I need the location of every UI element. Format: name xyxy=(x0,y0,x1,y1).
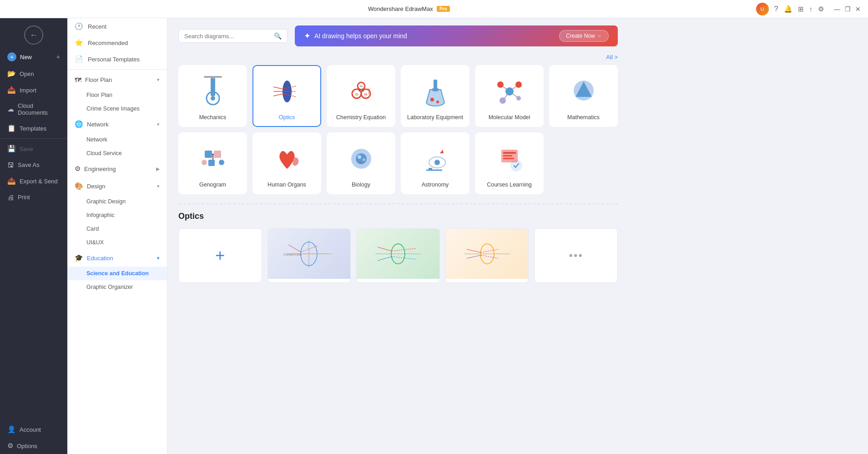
network-label: Network xyxy=(87,121,157,128)
mathematics-label: Mathematics xyxy=(567,114,600,121)
preview-card-2[interactable] xyxy=(356,228,440,283)
template-grid: Mechanics Optics xyxy=(178,65,618,194)
template-card-organs[interactable]: Human Organs xyxy=(252,132,321,194)
create-now-button[interactable]: Create Now → xyxy=(559,30,609,42)
organs-icon xyxy=(269,141,305,177)
close-button[interactable]: ✕ xyxy=(855,5,861,13)
section-design[interactable]: 🎨 Design ▾ xyxy=(67,177,167,195)
svg-text:H: H xyxy=(360,84,363,88)
sub-item-crime-scene[interactable]: Crime Scene Images xyxy=(67,102,167,116)
titlebar-right-icons: U ? 🔔 ⊞ ↑ ⚙ xyxy=(756,3,824,15)
app-title: Wondershare EdrawMax Pro xyxy=(368,5,450,12)
sidebar-item-save[interactable]: 💾 Save xyxy=(0,141,67,157)
biology-label: Biology xyxy=(352,182,370,188)
sidebar-link-recommended[interactable]: ⭐ Recommended xyxy=(67,35,167,51)
sidebar-item-cloud[interactable]: ☁ Cloud Documents xyxy=(0,98,67,120)
template-card-lab[interactable]: Laboratory Equipment xyxy=(401,65,469,127)
minimize-button[interactable]: — xyxy=(834,5,840,13)
sidebar-item-open[interactable]: 📂 Open xyxy=(0,66,67,82)
section-network[interactable]: 🌐 Network ▾ xyxy=(67,116,167,133)
sidebar-item-new[interactable]: + New + xyxy=(0,48,67,66)
all-link[interactable]: All > xyxy=(178,54,618,61)
optics-icon xyxy=(269,73,305,110)
open-icon: 📂 xyxy=(7,70,16,78)
education-chevron: ▾ xyxy=(157,255,160,261)
avatar: U xyxy=(756,3,769,15)
settings-icon[interactable]: ⚙ xyxy=(818,5,824,13)
svg-rect-57 xyxy=(503,155,512,156)
share-icon[interactable]: ↑ xyxy=(809,5,813,13)
preview-card-3[interactable] xyxy=(445,228,529,283)
design-chevron: ▾ xyxy=(157,183,160,189)
template-card-genogram[interactable]: Genogram xyxy=(178,132,247,194)
sidebar-item-templates[interactable]: 📋 Templates xyxy=(0,120,67,136)
sidebar-wide: 🕐 Recent ⭐ Recommended 📄 Personal Templa… xyxy=(67,18,167,454)
options-label: Options xyxy=(17,443,37,449)
sub-item-cloud-service[interactable]: Cloud Service xyxy=(67,146,167,160)
template-card-biology[interactable]: Biology xyxy=(327,132,395,194)
sidebar-link-personal-templates[interactable]: 📄 Personal Templates xyxy=(67,51,167,67)
back-button[interactable]: ← xyxy=(24,25,43,45)
add-new-card[interactable]: + xyxy=(178,228,262,283)
sub-item-science-education[interactable]: Science and Education xyxy=(67,267,167,280)
template-card-mathematics[interactable]: Mathematics xyxy=(549,65,618,127)
sub-item-graphic-design[interactable]: Graphic Design xyxy=(67,195,167,208)
template-card-mechanics[interactable]: Mechanics xyxy=(178,65,247,127)
template-card-astronomy[interactable]: Astronomy xyxy=(401,132,469,194)
section-education[interactable]: 🎓 Education ▾ xyxy=(67,249,167,267)
sidebar-link-recent[interactable]: 🕐 Recent xyxy=(67,18,167,35)
sub-item-ui-ux[interactable]: UI&UX xyxy=(67,236,167,249)
svg-point-2 xyxy=(211,96,215,101)
network-chevron: ▾ xyxy=(157,121,160,127)
search-box[interactable]: 🔍 xyxy=(178,29,288,43)
sub-item-infographic[interactable]: Infographic xyxy=(67,208,167,222)
floor-plan-label: Floor Plan xyxy=(85,76,157,83)
recent-label: Recent xyxy=(88,23,106,30)
biology-icon xyxy=(343,141,379,177)
recommended-label: Recommended xyxy=(88,40,128,46)
sub-item-card[interactable]: Card xyxy=(67,222,167,236)
more-card[interactable]: ••• xyxy=(534,228,618,283)
chemistry-icon: O H H N H xyxy=(343,73,379,110)
svg-point-26 xyxy=(436,101,439,103)
svg-point-25 xyxy=(430,98,434,101)
sub-item-graphic-organizer[interactable]: Graphic Organizer xyxy=(67,280,167,294)
organs-label: Human Organs xyxy=(267,182,306,188)
sidebar-item-options[interactable]: ⚙ Options xyxy=(0,438,67,454)
sidebar-item-account[interactable]: 👤 Account xyxy=(0,421,67,438)
svg-point-53 xyxy=(434,160,440,165)
help-icon[interactable]: ? xyxy=(774,5,778,13)
sidebar-item-print[interactable]: 🖨 Print xyxy=(0,189,67,205)
sparkle-icon: ✦ xyxy=(304,31,311,41)
more-dots-icon[interactable]: ••• xyxy=(569,249,583,262)
engineering-chevron: ▶ xyxy=(156,166,160,172)
maximize-button[interactable]: ❐ xyxy=(845,5,851,13)
sub-item-network[interactable]: Network xyxy=(67,133,167,146)
template-card-chemistry[interactable]: O H H N H Chemistry Equation xyxy=(327,65,395,127)
education-label: Education xyxy=(87,255,157,262)
engineering-icon: ⚙ xyxy=(75,165,81,173)
template-card-optics[interactable]: Optics xyxy=(252,65,321,127)
design-icon: 🎨 xyxy=(75,182,83,190)
cloud-icon: ☁ xyxy=(7,105,14,113)
template-card-courses[interactable]: Courses Learning xyxy=(475,132,544,194)
svg-line-10 xyxy=(273,94,283,96)
svg-line-76 xyxy=(467,249,481,252)
floor-plan-icon: 🗺 xyxy=(75,76,81,84)
sidebar-item-import[interactable]: 📥 Import xyxy=(0,82,67,98)
preview-card-1[interactable]: Convex Lens xyxy=(267,228,351,283)
sidebar-item-save-as[interactable]: 🖫 Save As xyxy=(0,157,67,173)
genogram-icon xyxy=(195,141,231,177)
section-engineering[interactable]: ⚙ Engineering ▶ xyxy=(67,160,167,177)
options-icon: ⚙ xyxy=(7,442,13,450)
sidebar-item-export[interactable]: 📤 Export & Send xyxy=(0,173,67,189)
engineering-label: Engineering xyxy=(84,166,156,172)
section-floor-plan[interactable]: 🗺 Floor Plan ▾ xyxy=(67,71,167,88)
notification-icon[interactable]: 🔔 xyxy=(784,5,792,13)
search-input[interactable] xyxy=(184,33,270,40)
sub-item-floor-plan[interactable]: Floor Plan xyxy=(67,88,167,102)
mechanics-label: Mechanics xyxy=(199,114,227,121)
apps-icon[interactable]: ⊞ xyxy=(798,5,804,13)
svg-point-46 xyxy=(356,153,367,164)
template-card-molecular[interactable]: Molecular Model xyxy=(475,65,544,127)
